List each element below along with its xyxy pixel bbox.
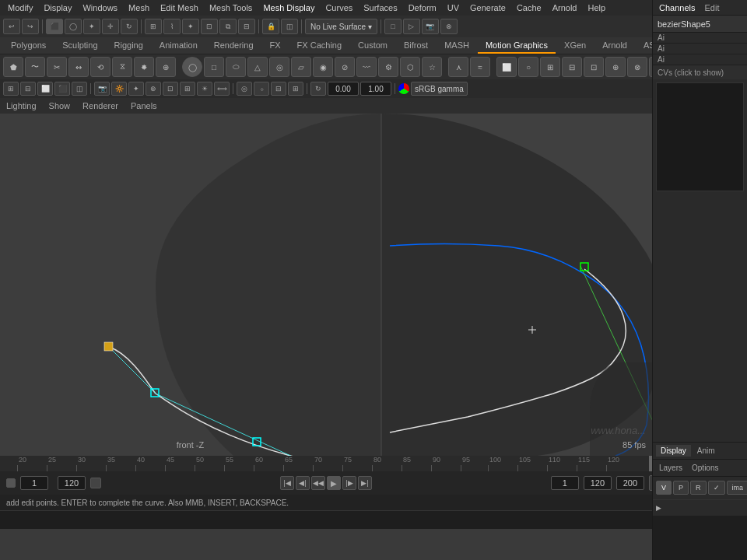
shelf-icon-smooth[interactable]: ≈ — [470, 57, 490, 77]
layers-item[interactable]: Layers — [656, 462, 686, 474]
menu-mesh-display[interactable]: Mesh Display — [258, 2, 319, 14]
shelf-icon-disk[interactable]: ◉ — [313, 57, 333, 77]
undo-button[interactable]: ↩ — [3, 19, 20, 34]
shelf-icon-cone[interactable]: △ — [247, 57, 268, 77]
menu-modify[interactable]: Modify — [3, 2, 37, 14]
shelf-tab-rendering[interactable]: Rendering — [206, 38, 261, 54]
shelf-icon-super[interactable]: ☆ — [422, 57, 442, 77]
vp-copy-btn[interactable]: ⊟ — [271, 82, 286, 96]
shelf-icon-box[interactable]: ⬜ — [496, 57, 517, 77]
shelf-icon-4[interactable]: ↭ — [68, 57, 89, 77]
attr-row-ai-1[interactable]: Ai — [653, 33, 747, 44]
shelf-tab-xgen[interactable]: XGen — [556, 38, 594, 54]
hide-btn[interactable]: ◫ — [281, 19, 298, 34]
ch-btn-ima[interactable]: ima — [727, 481, 747, 495]
isolate-btn[interactable]: □ — [384, 19, 402, 34]
shelf-tab-animation[interactable]: Animation — [152, 38, 205, 54]
render-btn[interactable]: ▷ — [403, 19, 420, 34]
panel-tab-renderer[interactable]: Renderer — [82, 101, 118, 110]
ipr-btn[interactable]: ⊗ — [440, 19, 458, 34]
shelf-tab-rigging[interactable]: Rigging — [107, 38, 151, 54]
attr-row-ai-2[interactable]: Ai — [653, 44, 747, 54]
panel-tab-lighting[interactable]: Lighting — [6, 101, 37, 110]
ch-btn-check[interactable]: ✓ — [708, 481, 725, 495]
snap-surface[interactable]: ⧉ — [219, 19, 237, 34]
shelf-tab-polygons[interactable]: Polygons — [3, 38, 54, 54]
shelf-icon-pipe[interactable]: ⊘ — [335, 57, 355, 77]
timeline-scroll-handle[interactable] — [649, 456, 652, 471]
shelf-icon-more2[interactable]: ⊗ — [627, 57, 647, 77]
viewport-right[interactable]: 85 fps www.hona... — [382, 114, 652, 456]
shelf-tab-mash[interactable]: MASH — [437, 38, 477, 54]
snap-view[interactable]: ⊡ — [201, 19, 218, 34]
vp-colorspace-dropdown[interactable]: sRGB gamma — [411, 82, 468, 96]
vp-sym-btn[interactable]: ⟺ — [214, 82, 230, 96]
shelf-icon-2[interactable]: 〜 — [25, 57, 45, 77]
goto-end-btn[interactable]: ▶| — [358, 476, 372, 490]
shelf-icon-more1[interactable]: ⊕ — [605, 57, 626, 77]
panel-tab-panels[interactable]: Panels — [131, 101, 157, 110]
shelf-icon-cyl[interactable]: ⬭ — [226, 57, 246, 77]
paint-tool[interactable]: ✦ — [83, 19, 100, 34]
shelf-icon-sphere[interactable]: ◯ — [182, 57, 202, 77]
vp-num1[interactable]: 0.00 — [328, 82, 359, 96]
menu-edit-mesh[interactable]: Edit Mesh — [156, 2, 203, 14]
max-frame-input[interactable]: 200 — [616, 476, 644, 490]
menu-surfaces[interactable]: Surfaces — [359, 2, 402, 14]
ch-btn-r[interactable]: R — [690, 481, 707, 495]
shelf-tab-fx[interactable]: FX — [262, 38, 289, 54]
end-frame-input[interactable]: 120 — [58, 476, 86, 490]
display-tab[interactable]: Display — [656, 445, 691, 457]
edit-tab[interactable]: Edit — [701, 2, 722, 14]
vp-sel-btn[interactable]: ⊕ — [146, 82, 161, 96]
play-back-btn[interactable]: ◀◀ — [311, 476, 325, 490]
move-tool[interactable]: ✛ — [102, 19, 119, 34]
viewport-left[interactable]: front -Z — [0, 114, 381, 456]
cvs-label[interactable]: CVs (click to show) — [653, 65, 747, 79]
vp-xray-btn[interactable]: ◫ — [72, 82, 87, 96]
shelf-icon-soccer[interactable]: ⬡ — [400, 57, 420, 77]
lock-btn[interactable]: 🔒 — [262, 19, 279, 34]
vp-grid2-btn[interactable]: ⊞ — [180, 82, 195, 96]
menu-uv[interactable]: UV — [443, 2, 464, 14]
menu-arnold[interactable]: Arnold — [548, 2, 582, 14]
vp-grid-btn[interactable]: ⊟ — [20, 82, 36, 96]
snap-point[interactable]: ✦ — [182, 19, 199, 34]
shelf-icon-3[interactable]: ✂ — [47, 57, 67, 77]
menu-display[interactable]: Display — [39, 2, 76, 14]
menu-deform[interactable]: Deform — [404, 2, 441, 14]
menu-generate[interactable]: Generate — [465, 2, 510, 14]
vp-bb-btn[interactable]: ⬦ — [254, 82, 269, 96]
shelf-icon-6[interactable]: ⧖ — [112, 57, 132, 77]
shelf-icon-8[interactable]: ⊕ — [156, 57, 176, 77]
attr-row-ai-3[interactable]: Ai — [653, 54, 747, 65]
menu-curves[interactable]: Curves — [321, 2, 357, 14]
shelf-icon-5[interactable]: ⟲ — [90, 57, 110, 77]
vp-paste-btn[interactable]: ⊞ — [288, 82, 303, 96]
shelf-icon-gear[interactable]: ⚙ — [378, 57, 398, 77]
anim-tab[interactable]: Anim — [693, 445, 720, 457]
play-btn[interactable]: ▶ — [327, 476, 341, 490]
snap-grid[interactable]: ⊞ — [145, 19, 162, 34]
shelf-tab-arnold[interactable]: Arnold — [594, 38, 635, 54]
menu-mesh-tools[interactable]: Mesh Tools — [205, 2, 257, 14]
snap-curve[interactable]: ⌇ — [163, 19, 181, 34]
vp-isolate-btn[interactable]: ◎ — [237, 82, 252, 96]
range-start-input[interactable]: 1 — [551, 476, 579, 490]
snap-edge[interactable]: ⊟ — [238, 19, 255, 34]
shelf-icon-mesh1[interactable]: ⊞ — [540, 57, 560, 77]
shelf-tab-bifrost[interactable]: Bifrost — [396, 38, 436, 54]
menu-mesh[interactable]: Mesh — [124, 2, 154, 14]
shelf-tab-custom[interactable]: Custom — [350, 38, 395, 54]
ch-btn-v[interactable]: V — [656, 481, 672, 495]
command-line[interactable] — [0, 510, 747, 529]
vp-wire-btn[interactable]: ⬜ — [37, 82, 53, 96]
vp-solid-btn[interactable]: ⬛ — [54, 82, 70, 96]
menu-windows[interactable]: Windows — [78, 2, 122, 14]
shelf-icon-plane[interactable]: ▱ — [291, 57, 311, 77]
goto-start-btn[interactable]: |◀ — [280, 476, 294, 490]
vp-hud-btn[interactable]: ⊡ — [163, 82, 178, 96]
menu-help[interactable]: Help — [583, 2, 610, 14]
shelf-icon-helix[interactable]: 〰 — [356, 57, 377, 77]
shelf-icon-7[interactable]: ✸ — [134, 57, 154, 77]
